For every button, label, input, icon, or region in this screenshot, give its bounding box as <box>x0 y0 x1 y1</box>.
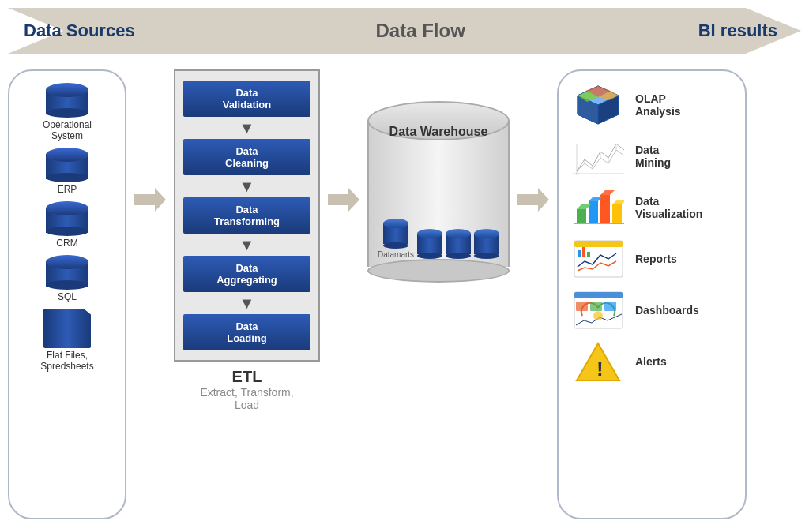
svg-marker-23 <box>600 190 615 195</box>
arrow-banner: Data Sources Data Flow BI results <box>8 8 801 54</box>
alerts-icon: ! <box>570 339 626 383</box>
etl-panel: DataValidation ▼ DataCleaning ▼ DataTran… <box>174 69 320 411</box>
datamarts-label: Datamarts <box>378 250 414 259</box>
datamarts-area: Datamarts <box>367 207 510 259</box>
source-label: SQL <box>58 291 77 302</box>
bi-item-label: Dashboards <box>635 304 699 317</box>
svg-rect-32 <box>574 292 623 298</box>
list-item: DataVisualization <box>570 185 733 229</box>
svg-rect-30 <box>587 252 590 257</box>
etl-step-cleaning: DataCleaning <box>183 139 310 175</box>
svg-point-33 <box>593 311 603 320</box>
warehouse-bottom <box>367 259 510 283</box>
etl-box: DataValidation ▼ DataCleaning ▼ DataTran… <box>174 69 320 362</box>
reports-icon <box>570 237 626 280</box>
source-label: CRM <box>56 238 77 249</box>
banner-right: BI results <box>698 21 777 41</box>
down-arrow-icon: ▼ <box>183 120 310 136</box>
list-item: Dashboards <box>570 288 733 332</box>
bi-results-panel: OLAPAnalysis <box>557 69 747 519</box>
svg-marker-0 <box>134 188 166 212</box>
source-label: Flat Files,Spredsheets <box>40 350 93 372</box>
etl-step-transforming: DataTransforming <box>183 197 310 234</box>
content-area: OperationalSystem ERP CRM <box>8 69 801 532</box>
svg-rect-36 <box>604 302 616 311</box>
source-label: ERP <box>58 184 77 195</box>
etl-step-aggregating: DataAggregating <box>183 256 310 292</box>
list-item: OLAPAnalysis <box>570 83 733 126</box>
etl-subtitle: Extract, Transform,Load <box>200 386 293 411</box>
data-viz-icon <box>570 185 626 229</box>
etl-label: ETL Extract, Transform,Load <box>200 368 293 411</box>
list-item: Reports <box>570 237 733 280</box>
main-container: Data Sources Data Flow BI results Operat… <box>0 0 809 532</box>
cylinder-icon <box>46 255 88 290</box>
svg-rect-35 <box>590 302 602 311</box>
down-arrow-icon: ▼ <box>183 295 310 311</box>
cylinder-icon <box>46 83 88 118</box>
data-sources-panel: OperationalSystem ERP CRM <box>8 69 126 519</box>
arrow-1 <box>134 69 166 212</box>
svg-marker-24 <box>612 200 624 204</box>
list-item: Flat Files,Spredsheets <box>40 309 93 372</box>
bi-item-label: DataMining <box>635 144 671 169</box>
datamart-cylinder <box>417 229 442 259</box>
arrow-3 <box>517 69 549 212</box>
svg-rect-20 <box>612 204 622 223</box>
bi-item-label: OLAPAnalysis <box>635 92 681 118</box>
list-item: SQL <box>46 255 88 302</box>
svg-rect-27 <box>574 241 623 247</box>
etl-step-loading: DataLoading <box>183 314 310 350</box>
svg-rect-29 <box>582 247 585 257</box>
warehouse-panel: Data Warehouse Datamarts <box>367 69 510 283</box>
banner-center: Data Flow <box>119 20 722 42</box>
svg-marker-1 <box>328 188 359 212</box>
list-item: CRM <box>46 201 88 249</box>
warehouse-cylinder: Data Warehouse Datamarts <box>367 101 510 283</box>
banner-left: Data Sources <box>24 21 135 41</box>
flat-file-icon <box>43 309 91 348</box>
bi-item-label: Reports <box>635 253 677 265</box>
bi-item-label: Alerts <box>635 355 667 368</box>
etl-step-validation: DataValidation <box>183 81 310 117</box>
dashboards-icon <box>570 288 626 332</box>
list-item: OperationalSystem <box>43 83 92 141</box>
cylinder-icon <box>46 201 88 236</box>
svg-rect-17 <box>577 209 586 223</box>
arrow-2 <box>328 69 359 212</box>
list-item: ERP <box>46 148 88 195</box>
down-arrow-icon: ▼ <box>183 178 310 194</box>
source-label: OperationalSystem <box>43 119 92 141</box>
datamart-cylinder <box>446 229 471 259</box>
olap-cube-icon <box>570 83 626 126</box>
warehouse-label: Data Warehouse <box>367 125 510 139</box>
svg-marker-2 <box>517 188 549 212</box>
datamart-cylinder <box>474 229 499 259</box>
down-arrow-icon: ▼ <box>183 237 310 253</box>
svg-rect-28 <box>578 250 581 257</box>
list-item: ! Alerts <box>570 339 733 383</box>
cylinder-icon <box>46 148 88 182</box>
data-mining-icon <box>570 134 626 178</box>
list-item: DataMining <box>570 134 733 178</box>
svg-text:!: ! <box>596 357 604 380</box>
svg-rect-19 <box>600 195 610 223</box>
bi-item-label: DataVisualization <box>635 195 702 220</box>
svg-rect-34 <box>576 302 588 311</box>
datamart-cylinder <box>383 219 408 249</box>
etl-title: ETL <box>200 368 293 386</box>
